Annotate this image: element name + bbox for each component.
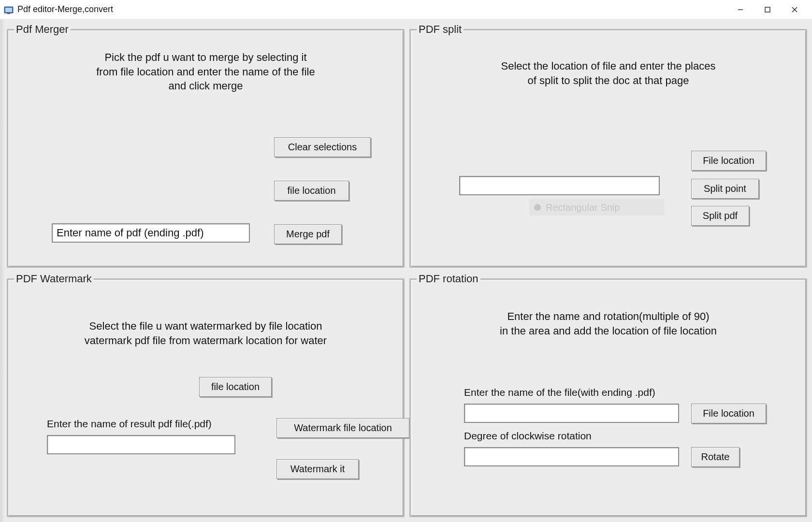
rotation-legend: PDF rotation: [417, 273, 480, 285]
ghost-text: Rectangular Snip: [546, 202, 620, 213]
split-input[interactable]: [459, 176, 660, 195]
merger-description: Pick the pdf u want to merge by selectin…: [8, 50, 403, 93]
watermark-file-button[interactable]: Watermark file location: [276, 418, 409, 438]
merger-legend: Pdf Merger: [14, 23, 71, 36]
svg-rect-4: [765, 7, 770, 12]
rotation-file-location-button[interactable]: File location: [691, 404, 766, 423]
split-point-button[interactable]: Split point: [691, 179, 759, 199]
panel-split: PDF split Select the location of file an…: [409, 23, 807, 268]
close-button[interactable]: [781, 0, 808, 19]
panel-watermark: PDF Watermark Select the file u want wat…: [7, 273, 405, 517]
watermark-it-button[interactable]: Watermark it: [276, 459, 359, 479]
maximize-button[interactable]: [754, 0, 781, 19]
watermark-result-input[interactable]: [47, 435, 235, 454]
merger-filename-input[interactable]: [52, 223, 250, 243]
ghost-overlay: Rectangular Snip: [529, 199, 665, 216]
merger-file-location-button[interactable]: file location: [274, 181, 349, 201]
plus-icon: [534, 204, 541, 211]
svg-rect-2: [7, 13, 10, 14]
clear-selections-button[interactable]: Clear selections: [274, 137, 371, 157]
split-pdf-button[interactable]: Split pdf: [691, 206, 749, 226]
watermark-description: Select the file u want watermarked by fi…: [8, 319, 403, 348]
svg-rect-1: [5, 8, 12, 12]
rotation-name-input[interactable]: [464, 404, 679, 423]
app-icon: [4, 5, 14, 14]
titlebar: Pdf editor-Merge,convert: [0, 0, 812, 19]
panel-rotation: PDF rotation Enter the name and rotation…: [409, 273, 807, 517]
watermark-result-label: Enter the name of result pdf file(.pdf): [47, 418, 212, 430]
rotation-degree-input[interactable]: [464, 447, 679, 466]
merge-pdf-button[interactable]: Merge pdf: [274, 224, 342, 244]
minimize-button[interactable]: [727, 0, 754, 19]
split-legend: PDF split: [417, 23, 464, 36]
panel-merger: Pdf Merger Pick the pdf u want to merge …: [7, 23, 405, 268]
split-file-location-button[interactable]: File location: [691, 151, 766, 171]
watermark-legend: PDF Watermark: [14, 273, 94, 285]
rotation-description: Enter the name and rotation(multiple of …: [411, 309, 806, 338]
window-title: Pdf editor-Merge,convert: [17, 4, 113, 14]
split-description: Select the location of file and enter th…: [411, 59, 806, 87]
rotation-name-label: Enter the name of the file(with ending .…: [464, 387, 655, 398]
watermark-file-location-button[interactable]: file location: [199, 377, 272, 397]
rotation-degree-label: Degree of clockwise rotation: [464, 430, 592, 442]
rotate-button[interactable]: Rotate: [691, 447, 740, 467]
